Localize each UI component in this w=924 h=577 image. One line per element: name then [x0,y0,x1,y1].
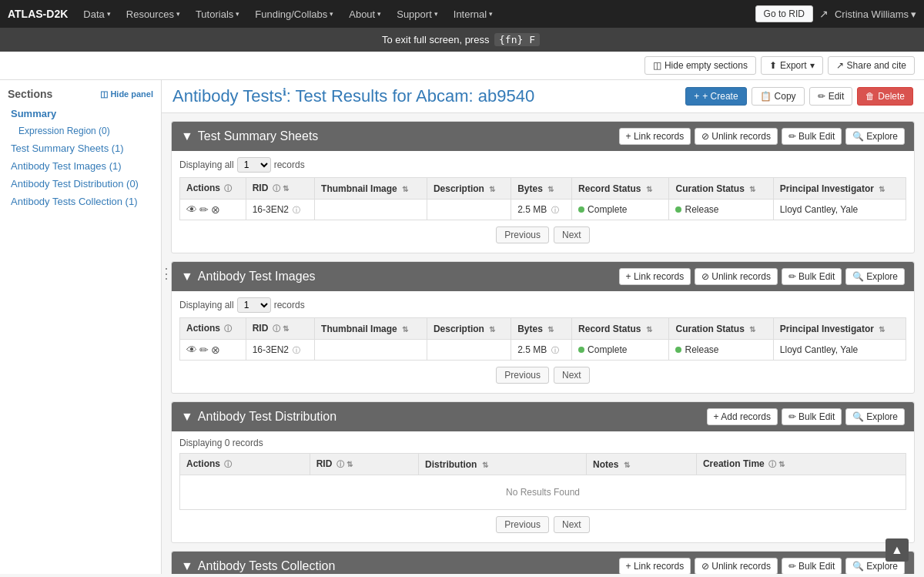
col-record-status-sort-tss[interactable]: ⇅ [646,185,652,193]
col-bytes-sort-ati[interactable]: ⇅ [547,325,554,334]
next-button-atd[interactable]: Next [554,516,590,533]
export-icon: ⬆ [769,60,777,71]
col-pi-sort-ati[interactable]: ⇅ [879,325,885,334]
col-rid-info-tss[interactable]: ⓘ [273,184,280,193]
col-pi-sort-tss[interactable]: ⇅ [879,185,885,193]
curation-dot-ati-0 [675,347,681,353]
explore-button-tss[interactable]: 🔍 Explore [845,128,905,145]
pagination-ati: Previous Next [179,361,906,387]
col-rid-sort-ati[interactable]: ⇅ [283,324,289,333]
link-records-button-atc[interactable]: + Link records [619,558,691,574]
col-rid-sort-tss[interactable]: ⇅ [283,184,289,193]
col-thumbnail-sort-ati[interactable]: ⇅ [402,325,408,334]
unlink-records-button-atc[interactable]: ⊘ Unlink records [695,558,778,574]
share-cite-button[interactable]: ↗ Share and cite [828,56,915,75]
col-thumbnail-sort-tss[interactable]: ⇅ [402,185,408,193]
share-icon[interactable]: ↗ [819,8,829,20]
bulk-edit-button-atd[interactable]: ✏ Bulk Edit [782,408,842,425]
row-view-icon-ati-0[interactable]: 👁 [186,344,197,356]
col-record-status-sort-ati[interactable]: ⇅ [646,325,652,334]
user-menu-caret: ▾ [911,8,916,20]
create-button[interactable]: + + Create [685,87,746,106]
link-records-button-ati[interactable]: + Link records [619,268,691,285]
hide-panel-button[interactable]: ◫ Hide panel [100,89,153,99]
edit-button[interactable]: ✏ Edit [809,87,853,106]
section-chevron-atd[interactable]: ▼ [181,410,193,424]
col-record-status-tss: Record Status ⇅ [572,178,669,200]
export-button[interactable]: ⬆ Export ▾ [761,56,823,75]
cell-record-status-tss-0: Complete [572,200,669,220]
go-to-rid-button[interactable]: Go to RID [755,5,813,22]
nav-resources[interactable]: Resources ▾ [120,0,186,28]
row-edit-icon-tss-0[interactable]: ✏ [199,203,209,216]
col-distribution-sort-atd[interactable]: ⇅ [482,461,488,469]
row-edit-icon-ati-0[interactable]: ✏ [199,344,209,356]
scroll-to-top-button[interactable]: ▲ [886,538,909,562]
hide-empty-sections-button[interactable]: ◫ Hide empty sections [644,56,756,75]
row-unlink-icon-tss-0[interactable]: ⊗ [211,203,220,216]
link-records-button-tss[interactable]: + Link records [619,128,691,145]
prev-button-atd[interactable]: Previous [496,516,549,533]
nav-funding[interactable]: Funding/Collabs ▾ [249,0,340,28]
col-notes-sort-atd[interactable]: ⇅ [624,461,630,469]
col-actions-info-atd[interactable]: ⓘ [224,460,232,468]
nav-support[interactable]: Support ▾ [390,0,444,28]
explore-button-atd[interactable]: 🔍 Explore [845,408,905,425]
unlink-records-button-tss[interactable]: ⊘ Unlink records [695,128,778,145]
nav-tutorials[interactable]: Tutorials ▾ [189,0,246,28]
next-button-ati[interactable]: Next [554,367,590,384]
section-chevron-ati[interactable]: ▼ [181,270,193,283]
sidebar-item-test-distribution[interactable]: Antibody Test Distribution (0) [0,175,161,193]
nav-data[interactable]: Data ▾ [77,0,116,28]
user-menu[interactable]: Cristina Williams ▾ [835,8,916,20]
col-description-sort-ati[interactable]: ⇅ [489,325,495,334]
col-curation-sort-tss[interactable]: ⇅ [749,185,755,193]
explore-button-ati[interactable]: 🔍 Explore [845,268,905,285]
records-per-page-select-tss[interactable]: 11025 [237,157,271,173]
row-view-icon-tss-0[interactable]: 👁 [186,203,197,216]
prev-button-tss[interactable]: Previous [496,226,549,243]
cell-bytes-info-tss-0[interactable]: ⓘ [551,206,559,214]
nav-about[interactable]: About ▾ [343,0,387,28]
col-rid-info-ati[interactable]: ⓘ [273,324,280,333]
col-creation-sort-atd[interactable]: ⇅ [778,460,785,468]
col-actions-info-ati[interactable]: ⓘ [224,324,232,333]
cell-rid-info-ati-0[interactable]: ⓘ [293,346,300,354]
col-bytes-sort-tss[interactable]: ⇅ [547,185,554,193]
sidebar-item-expression[interactable]: Expression Region (0) [0,122,161,139]
sidebar-item-test-images[interactable]: Antibody Test Images (1) [0,157,161,175]
unlink-records-button-ati[interactable]: ⊘ Unlink records [695,268,778,285]
sidebar-item-tests-collection[interactable]: Antibody Tests Collection (1) [0,193,161,210]
bulk-edit-button-atc[interactable]: ✏ Bulk Edit [782,558,842,574]
col-description-sort-tss[interactable]: ⇅ [489,185,495,193]
sidebar-item-test-summary[interactable]: Test Summary Sheets (1) [0,139,161,157]
row-actions-ati-0: 👁 ✏ ⊗ [186,344,239,356]
cell-bytes-info-ati-0[interactable]: ⓘ [551,346,559,354]
col-rid-info-atd[interactable]: ⓘ [336,460,344,468]
section-antibody-tests-collection: ▼ Antibody Tests Collection + Link recor… [171,551,915,574]
delete-button[interactable]: 🗑 Delete [857,87,913,106]
section-chevron-test-summary[interactable]: ▼ [181,129,193,143]
add-records-button-atd[interactable]: + Add records [707,408,778,425]
bulk-edit-button-ati[interactable]: ✏ Bulk Edit [782,268,842,285]
col-actions-info-tss[interactable]: ⓘ [224,184,232,193]
next-button-tss[interactable]: Next [554,226,590,243]
col-curation-sort-ati[interactable]: ⇅ [749,325,755,334]
col-rid-sort-atd[interactable]: ⇅ [346,460,353,468]
col-thumbnail-tss: Thumbnail Image ⇅ [315,178,427,200]
nav-right: Go to RID ↗ Cristina Williams ▾ [755,5,916,22]
bulk-edit-button-tss[interactable]: ✏ Bulk Edit [782,128,842,145]
sidebar-item-summary[interactable]: Summary [0,105,161,122]
cell-rid-info-tss-0[interactable]: ⓘ [293,206,300,214]
prev-button-ati[interactable]: Previous [496,367,549,384]
col-actions-ati: Actions ⓘ [180,318,246,340]
nav-internal[interactable]: Internal ▾ [447,0,499,28]
section-drag-handle-ati[interactable]: ⋮ [162,262,176,285]
section-header-test-summary: ▼ Test Summary Sheets + Link records ⊘ U… [172,122,914,151]
records-per-page-select-ati[interactable]: 11025 [237,297,271,313]
copy-button[interactable]: 📋 Copy [752,87,805,106]
col-creation-info-atd[interactable]: ⓘ [768,460,776,468]
row-unlink-icon-ati-0[interactable]: ⊗ [211,344,220,356]
section-chevron-atc[interactable]: ▼ [181,559,193,573]
nav-about-caret: ▾ [377,10,381,18]
